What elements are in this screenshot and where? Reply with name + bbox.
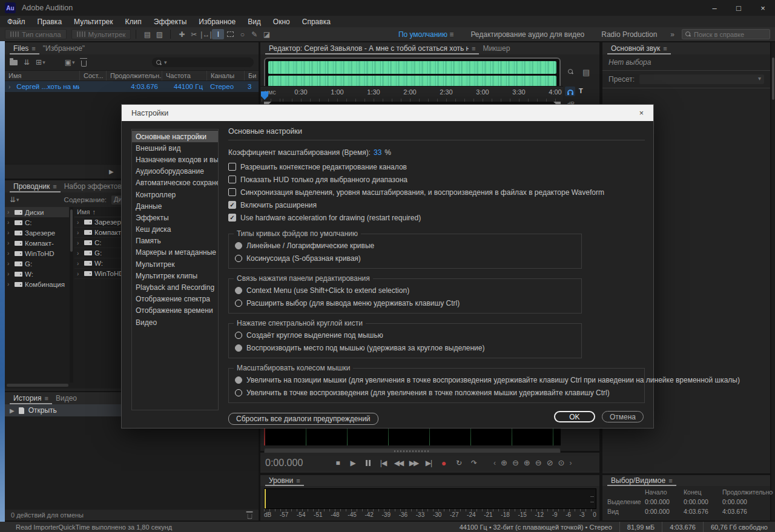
- preferences-category-item[interactable]: Контроллер: [132, 189, 218, 200]
- import-into-files-button[interactable]: ⇊▾: [10, 195, 19, 204]
- radio-button[interactable]: [235, 389, 242, 396]
- time-selection-tool-icon[interactable]: I: [212, 29, 224, 39]
- tab-editor[interactable]: Редактор: Сергей Завьялов - А мне с тобо…: [265, 42, 479, 54]
- zoom-in-selection-left-button[interactable]: ⊕: [524, 458, 530, 467]
- tree-row[interactable]: › C:: [5, 217, 69, 228]
- selection-duration[interactable]: 0:00.000: [722, 498, 773, 505]
- timeline-ruler[interactable]: чмс 0:301:001:302:002:303:003:304:00: [260, 86, 563, 102]
- panel-menu-icon[interactable]: ≡: [663, 45, 667, 52]
- preferences-category-item[interactable]: Playback and Recording: [132, 281, 218, 293]
- preferences-category-item[interactable]: Данные: [132, 200, 218, 212]
- marquee-selection-tool-icon[interactable]: [224, 29, 236, 39]
- zoom-factor-value[interactable]: 33: [374, 148, 381, 157]
- zoom-reset-icon[interactable]: [568, 69, 573, 74]
- expand-chevron-icon[interactable]: ›: [7, 229, 12, 236]
- tab-essential-sound[interactable]: Основной звук ≡: [607, 42, 671, 54]
- radio-row[interactable]: Линейные / Логарифмические кривые: [235, 239, 574, 252]
- expand-chevron-icon[interactable]: ›: [7, 281, 12, 287]
- checkbox[interactable]: [228, 188, 236, 196]
- expand-chevron-icon[interactable]: ›: [7, 240, 12, 246]
- zoom-to-selection-button[interactable]: ⊘: [547, 458, 553, 467]
- zoom-in-time-button[interactable]: ⊕: [501, 458, 507, 467]
- preferences-category-item[interactable]: Видео: [132, 317, 218, 328]
- zoom-out-selection-button[interactable]: ⊖: [535, 458, 542, 467]
- spectral-display-icon[interactable]: ▨: [153, 29, 165, 39]
- checkbox-row[interactable]: Use hardware acceleration for drawing (r…: [228, 211, 645, 224]
- tab-explorer[interactable]: Проводник ≡: [10, 180, 61, 192]
- preferences-category-item[interactable]: Основные настройки: [132, 131, 218, 142]
- workspace-overflow-button[interactable]: »: [665, 30, 679, 39]
- workspace-tab[interactable]: Редактирование аудио для видео: [462, 30, 593, 39]
- pause-button[interactable]: [363, 460, 373, 466]
- expand-chevron-icon[interactable]: ›: [7, 209, 12, 215]
- view-start[interactable]: 0:00.000: [645, 508, 684, 515]
- radio-row[interactable]: Воспроизводить место под мышью (удержива…: [235, 341, 574, 354]
- tree-hscrollbar[interactable]: [6, 383, 69, 387]
- preferences-category-item[interactable]: Маркеры и метаданные: [132, 247, 218, 258]
- expand-chevron-icon[interactable]: ›: [8, 84, 10, 90]
- expand-chevron-icon[interactable]: ›: [7, 219, 12, 226]
- loop-playback-button[interactable]: [454, 459, 464, 467]
- selection-end[interactable]: 0:00.000: [684, 498, 722, 505]
- checkbox-row[interactable]: Синхронизация выделения, уровня масштаби…: [228, 186, 645, 199]
- view-end[interactable]: 4:03.676: [684, 508, 722, 515]
- tab-favorites[interactable]: "Избранное": [39, 42, 88, 54]
- maximize-button[interactable]: □: [727, 0, 751, 16]
- menubar-item[interactable]: Правка: [31, 16, 68, 27]
- files-column-header[interactable]: Би: [244, 71, 259, 80]
- dialog-close-icon[interactable]: ×: [639, 109, 644, 117]
- tab-history[interactable]: История ≡: [10, 392, 52, 404]
- save-file-button[interactable]: ▣▾: [65, 58, 75, 67]
- tree-scrollbar[interactable]: [70, 207, 73, 383]
- time-display[interactable]: 0:00.000: [260, 458, 333, 468]
- files-column-header[interactable]: Сост...: [79, 71, 106, 80]
- tree-row[interactable]: › Диски: [5, 207, 69, 217]
- preferences-category-item[interactable]: Назначение входов и выходов: [132, 154, 218, 165]
- delete-file-button[interactable]: [81, 59, 87, 67]
- fast-forward-button[interactable]: [409, 459, 418, 467]
- expand-chevron-icon[interactable]: ›: [77, 240, 82, 246]
- panel-menu-icon[interactable]: ≡: [296, 477, 300, 484]
- tree-row[interactable]: › Комбинация: [5, 279, 69, 289]
- radio-row[interactable]: Увеличить на позиции мышки (для увеличен…: [235, 373, 637, 386]
- expand-chevron-icon[interactable]: ›: [77, 271, 82, 277]
- file-row[interactable]: › Сергей ...хоть на миг.m4a 4:03.676 441…: [5, 81, 259, 92]
- radio-button[interactable]: [235, 242, 242, 249]
- radio-button[interactable]: [235, 287, 242, 294]
- menubar-item[interactable]: Файл: [1, 16, 31, 27]
- radio-row[interactable]: Context Menu (use Shift+Click to extend …: [235, 284, 574, 297]
- radio-row[interactable]: Увеличить в точке воспроизведения (для у…: [235, 386, 637, 399]
- radio-button[interactable]: [235, 376, 242, 384]
- razor-tool-icon[interactable]: ✂: [188, 29, 200, 39]
- scroll-left-icon[interactable]: ‹: [493, 459, 496, 467]
- expand-chevron-icon[interactable]: ›: [77, 250, 82, 257]
- new-file-button[interactable]: ⊞▾: [36, 58, 45, 67]
- preferences-category-item[interactable]: Отображение спектра: [132, 294, 218, 305]
- rewind-button[interactable]: [394, 459, 403, 467]
- files-column-header[interactable]: Имя: [5, 71, 79, 80]
- monitor-button[interactable]: [565, 87, 575, 96]
- preferences-category-item[interactable]: Внешний вид: [132, 142, 218, 154]
- skip-selection-button[interactable]: [469, 459, 479, 467]
- panel-menu-icon[interactable]: ≡: [668, 477, 672, 484]
- overview-settings-icon[interactable]: ▤: [582, 68, 590, 77]
- preferences-category-item[interactable]: Эффекты: [132, 212, 218, 223]
- playhead-marker[interactable]: [261, 91, 268, 100]
- ok-button[interactable]: OK: [554, 411, 595, 422]
- open-file-button[interactable]: [10, 60, 18, 65]
- checkbox-row[interactable]: Показать HUD только для выбранного диапа…: [228, 173, 645, 186]
- right-scrollbar[interactable]: [771, 42, 775, 521]
- radio-button[interactable]: [235, 344, 242, 352]
- preferences-category-item[interactable]: Мультитрек клипы: [132, 270, 218, 281]
- panel-menu-icon[interactable]: ≡: [472, 45, 475, 52]
- menubar-item[interactable]: Окно: [267, 16, 296, 27]
- tree-row[interactable]: › Зарезере: [5, 228, 69, 238]
- files-column-header[interactable]: Частота: [162, 71, 206, 80]
- list-header-label[interactable]: Имя: [77, 208, 90, 215]
- waveform-view-button[interactable]: Тип сигнала: [5, 29, 67, 39]
- help-search-box[interactable]: [682, 29, 770, 39]
- preferences-category-item[interactable]: Мультитрек: [132, 258, 218, 270]
- tab-selection-view[interactable]: Выбор/Видимое ≡: [607, 475, 676, 486]
- preferences-category-item[interactable]: Автоматическое сохранение: [132, 177, 218, 189]
- skip-to-end-button[interactable]: [424, 459, 434, 467]
